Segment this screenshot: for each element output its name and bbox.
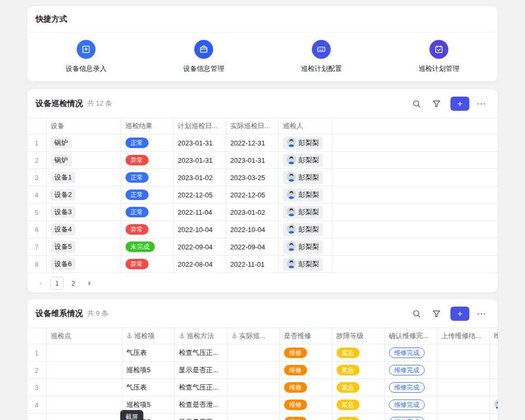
cell-level[interactable]: 紧急 xyxy=(332,344,384,362)
column-header-no[interactable] xyxy=(27,118,46,134)
shortcut-device-info-entry[interactable]: 设备信息录入 xyxy=(27,40,145,74)
cell-no[interactable]: 3 xyxy=(27,169,46,186)
cell-repair[interactable]: 维修 xyxy=(279,379,332,396)
column-header-actual[interactable]: 实际巡... xyxy=(227,328,279,344)
cell-plan[interactable]: 2023-01-31 xyxy=(173,152,226,169)
cell-plan[interactable]: 2022-09-04 xyxy=(173,238,226,256)
cell-upload[interactable] xyxy=(437,379,489,396)
cell-level[interactable]: 紧急 xyxy=(332,362,384,379)
cell-actual[interactable]: 2023-01-31 xyxy=(226,152,278,169)
cell-actual[interactable] xyxy=(227,414,279,420)
cell-person[interactable]: 彭梨梨 xyxy=(278,134,332,152)
table-row[interactable]: 5设备3正常2022-11-042023-01-02彭梨梨 xyxy=(27,204,498,221)
filter-icon[interactable] xyxy=(428,96,444,111)
cell-device[interactable]: 设备3 xyxy=(46,204,121,221)
cell-actual[interactable]: 2023-01-02 xyxy=(226,204,278,221)
table-row[interactable]: 6设备4异常2022-10-042022-10-04彭梨梨 xyxy=(27,221,498,238)
cell-level[interactable]: 紧急 xyxy=(332,379,384,396)
cell-repair[interactable]: 维修 xyxy=(279,344,332,362)
cell-point[interactable] xyxy=(46,414,122,420)
more-menu-icon[interactable]: ⋯ xyxy=(474,306,489,321)
table-row[interactable]: 4巡检项5检查是否泄...维修紧急维修完成 xyxy=(27,396,498,414)
cell-method[interactable]: 显示是否正... xyxy=(174,414,227,420)
cell-result[interactable]: 未完成 xyxy=(121,238,173,256)
table-row[interactable]: 8设备6异常2022-08-042022-11-01彭梨梨 xyxy=(27,256,498,273)
cell-upload[interactable] xyxy=(437,362,489,379)
cell-no[interactable]: 1 xyxy=(27,344,46,362)
cell-device[interactable]: 设备6 xyxy=(46,256,121,273)
column-header-upload[interactable]: 上传维修结... xyxy=(437,328,489,344)
cell-point[interactable] xyxy=(46,396,122,414)
cell-no[interactable]: 2 xyxy=(27,362,46,379)
column-header-confirm[interactable]: 确认维修完... xyxy=(384,328,437,344)
cell-method[interactable]: 检查气压正... xyxy=(174,344,227,362)
column-header-worker[interactable]: 维 xyxy=(489,328,498,344)
cell-worker[interactable] xyxy=(489,396,498,414)
cell-result[interactable]: 正常 xyxy=(121,169,173,186)
cell-item[interactable]: 巡检项5 xyxy=(122,362,174,379)
column-header-person[interactable]: 巡检人 xyxy=(278,118,332,134)
cell-confirm[interactable]: 维修完成 xyxy=(384,362,437,379)
cell-plan[interactable]: 2022-10-04 xyxy=(173,221,226,238)
filter-icon[interactable] xyxy=(428,306,444,321)
cell-no[interactable]: 5 xyxy=(27,204,46,221)
shortcut-inspection-plan-config[interactable]: 巡检计划配置 xyxy=(262,40,380,74)
cell-actual[interactable]: 2022-12-31 xyxy=(226,134,278,152)
cell-person[interactable]: 彭梨梨 xyxy=(278,204,332,221)
cell-actual[interactable] xyxy=(227,396,279,414)
column-header-item[interactable]: 巡检项 xyxy=(122,328,174,344)
column-header-repair[interactable]: 是否维修 xyxy=(279,328,332,344)
cell-point[interactable] xyxy=(46,379,122,396)
shortcut-device-info-manage[interactable]: 设备信息管理 xyxy=(145,40,262,74)
more-menu-icon[interactable]: ⋯ xyxy=(474,96,489,111)
shortcut-inspection-plan-manage[interactable]: 巡检计划管理 xyxy=(380,40,498,74)
cell-no[interactable]: 8 xyxy=(27,256,46,273)
column-header-point[interactable]: 巡检点 xyxy=(46,328,122,344)
column-header-plan[interactable]: 计划巡检日... xyxy=(173,118,226,134)
table-row[interactable]: 4设备2正常2022-12-052022-12-05彭梨梨 xyxy=(27,186,498,204)
cell-worker[interactable] xyxy=(489,414,498,420)
table-row[interactable]: 2巡检项5显示是否正...维修紧急维修完成 xyxy=(27,362,498,379)
cell-person[interactable]: 彭梨梨 xyxy=(278,152,332,169)
cell-confirm[interactable]: 维修完成 xyxy=(384,414,437,420)
table-row[interactable]: 3气压表检查气压正...维修紧急维修完成 xyxy=(27,379,498,396)
page-2[interactable]: 2 xyxy=(67,277,80,290)
cell-no[interactable]: 1 xyxy=(27,134,46,152)
cell-upload[interactable] xyxy=(437,396,489,414)
search-icon[interactable] xyxy=(408,306,424,321)
cell-actual[interactable]: 2022-10-04 xyxy=(226,221,278,238)
cell-plan[interactable]: 2023-01-02 xyxy=(173,169,226,186)
cell-person[interactable]: 彭梨梨 xyxy=(278,221,332,238)
search-icon[interactable] xyxy=(408,96,424,111)
cell-item[interactable]: 气压表 xyxy=(122,344,174,362)
cell-worker[interactable] xyxy=(489,344,498,362)
cell-confirm[interactable]: 维修完成 xyxy=(384,344,437,362)
cell-no[interactable]: 7 xyxy=(27,238,46,256)
cell-no[interactable]: 4 xyxy=(27,186,46,204)
cell-repair[interactable]: 维修 xyxy=(279,414,332,420)
cell-upload[interactable] xyxy=(437,414,489,420)
cell-device[interactable]: 设备2 xyxy=(46,186,121,204)
cell-no[interactable]: 6 xyxy=(27,221,46,238)
add-record-button[interactable]: + xyxy=(450,97,469,111)
table-row[interactable]: 2锅炉异常2023-01-312023-01-31彭梨梨 xyxy=(27,152,498,169)
cell-actual[interactable] xyxy=(227,344,279,362)
cell-point[interactable] xyxy=(46,344,122,362)
cell-plan[interactable]: 2022-08-04 xyxy=(173,256,226,273)
cell-worker[interactable] xyxy=(489,362,498,379)
column-header-method[interactable]: 巡检方法 xyxy=(174,328,227,344)
cell-point[interactable] xyxy=(46,362,122,379)
cell-upload[interactable] xyxy=(437,344,489,362)
cell-device[interactable]: 设备5 xyxy=(46,238,121,256)
cell-result[interactable]: 异常 xyxy=(121,221,173,238)
add-record-button[interactable]: + xyxy=(450,307,469,321)
cell-worker[interactable] xyxy=(489,379,498,396)
cell-method[interactable]: 显示是否正... xyxy=(174,362,227,379)
cell-no[interactable]: 3 xyxy=(27,379,46,396)
cell-device[interactable]: 锅炉 xyxy=(46,152,121,169)
table-row[interactable]: 1锅炉正常2023-01-312022-12-31彭梨梨 xyxy=(27,134,498,152)
cell-repair[interactable]: 维修 xyxy=(279,362,332,379)
cell-plan[interactable]: 2023-01-31 xyxy=(173,134,226,152)
cell-repair[interactable]: 维修 xyxy=(279,396,332,414)
cell-no[interactable]: 5 xyxy=(27,414,46,420)
